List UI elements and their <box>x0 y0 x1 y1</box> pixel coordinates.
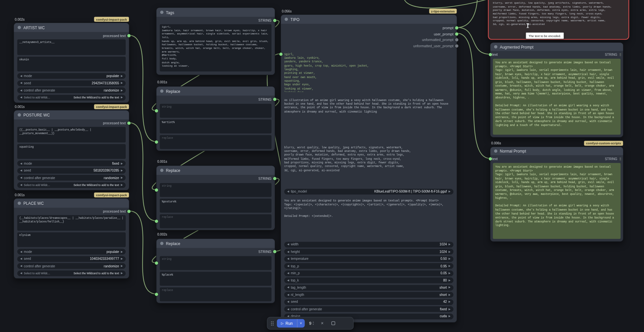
top-k-widget[interactable]: ◀ top_k 80 ▶ <box>284 278 454 283</box>
arrow-right-icon[interactable]: ▶ <box>448 272 450 275</box>
output-socket[interactable] <box>127 34 131 37</box>
nl-length-widget[interactable]: ◀ nl_length short ▶ <box>284 292 454 298</box>
prompt-output-socket[interactable] <box>455 26 458 30</box>
arrow-right-icon[interactable]: ▶ <box>448 286 450 289</box>
tags-text-field[interactable]: 1girl, iwakura lain, hair ornament, brow… <box>160 24 271 72</box>
mode-widget[interactable]: ◀ mode populate ▶ <box>17 73 126 79</box>
node-graph-canvas[interactable]: 0.002s comfyui-impact-pack ARTIST WC pro… <box>0 0 644 332</box>
control-after-generate-widget[interactable]: ◀ control after generate fixed ▶ <box>284 306 454 312</box>
arrow-right-icon[interactable]: ▶ <box>121 82 123 84</box>
wildcard-text-field[interactable]: __netayumev3_artists__ <box>17 39 126 55</box>
text-input-socket[interactable] <box>489 157 492 160</box>
drag-handle-icon[interactable] <box>271 321 274 326</box>
arrow-left-icon[interactable]: ◀ <box>20 272 22 275</box>
min-p-widget[interactable]: ◀ min_p 0.05 ▶ <box>284 270 454 276</box>
replace-node-posture[interactable]: 0.001s Replace STRING string %posture% r… <box>156 165 275 230</box>
top-p-widget[interactable]: ◀ top_p 0.95 ▶ <box>284 263 454 269</box>
normal-prompt-node[interactable]: 0.006s comfyui-custom-scripts Normal Pro… <box>490 147 624 242</box>
ban-tags-value[interactable]: blurry, worst quality, low quality, jpeg… <box>284 146 454 172</box>
wildcard-text-field[interactable]: {__habitats/places/dreamscapes__ | __hab… <box>17 215 126 231</box>
arrow-right-icon[interactable]: ▶ <box>121 169 123 172</box>
arrow-right-icon[interactable]: ▶ <box>121 265 123 267</box>
control-after-generate-widget[interactable]: ◀ control after generate randomize ▶ <box>17 175 126 181</box>
node-header[interactable]: Replace <box>157 166 275 175</box>
pattern-field[interactable]: %place% <box>160 272 271 286</box>
node-header[interactable]: Replace <box>157 87 275 96</box>
replace-input-socket[interactable] <box>155 140 158 144</box>
arrow-right-icon[interactable]: ▶ <box>121 176 123 179</box>
node-header[interactable]: TIPO <box>281 15 457 24</box>
clear-queue-icon[interactable]: × <box>321 321 324 326</box>
augmented-prompt-text[interactable]: You are an assistant designed to generat… <box>493 59 621 135</box>
posture-wc-node[interactable]: 0.001s comfyui-impact-pack POSTURE WC pr… <box>13 110 129 190</box>
string-input-field[interactable]: string <box>160 256 271 270</box>
node-header[interactable]: PLACE WC <box>14 199 129 208</box>
arrow-right-icon[interactable]: ▶ <box>448 190 450 193</box>
tags-input-socket[interactable] <box>279 52 283 56</box>
node-header[interactable]: Tags <box>157 8 275 17</box>
mode-widget[interactable]: ◀ mode populate ▶ <box>17 249 126 255</box>
arrow-left-icon[interactable]: ◀ <box>20 74 22 77</box>
arrow-left-icon[interactable]: ◀ <box>20 162 22 165</box>
string-input-socket[interactable] <box>155 261 158 265</box>
node-header[interactable]: POSTURE WC <box>14 111 129 120</box>
pattern-field[interactable]: %posture% <box>160 199 271 213</box>
arrow-left-icon[interactable]: ◀ <box>287 243 289 246</box>
arrow-left-icon[interactable]: ◀ <box>287 265 289 267</box>
artist-wc-node[interactable]: 0.002s comfyui-impact-pack ARTIST WC pro… <box>13 23 129 103</box>
normal-prompt-text[interactable]: You are an assistant designed to generat… <box>493 163 621 239</box>
replace-input-field[interactable]: replace <box>160 214 271 228</box>
negative-prompt-text[interactable]: blurry, worst quality, low quality, jpeg… <box>489 0 628 27</box>
string-input-socket[interactable] <box>155 188 158 192</box>
output-socket[interactable] <box>273 98 276 101</box>
arrow-left-icon[interactable]: ◀ <box>20 258 22 260</box>
seed-widget[interactable]: ◀ seed 1040342333499777 ▶ <box>17 256 126 262</box>
place-wc-node[interactable]: 0.001s comfyui-impact-pack PLACE WC proc… <box>13 198 129 279</box>
replace-input-field[interactable]: replace <box>160 135 271 149</box>
batch-count-stepper[interactable]: 9 ˄ ˅ <box>309 321 314 326</box>
pattern-field[interactable]: %artist% <box>160 119 271 134</box>
collapse-dot[interactable] <box>160 11 163 14</box>
collapse-dot[interactable] <box>494 149 497 153</box>
collapse-dot[interactable] <box>285 18 288 21</box>
string-input-field[interactable]: string <box>160 183 271 197</box>
batch-count-value[interactable]: 9 <box>309 321 311 326</box>
arrow-left-icon[interactable]: ◀ <box>287 279 289 282</box>
arrow-right-icon[interactable]: ▶ <box>121 184 123 186</box>
replace-input-socket[interactable] <box>155 293 158 296</box>
control-after-generate-widget[interactable]: ◀ control after generate randomize ▶ <box>17 88 126 93</box>
arrow-right-icon[interactable]: ▶ <box>448 250 450 253</box>
run-button[interactable]: ▷ Run <box>277 319 297 327</box>
arrow-right-icon[interactable]: ▶ <box>448 279 450 282</box>
output-socket[interactable] <box>273 250 276 253</box>
height-widget[interactable]: ◀ height 1024 ▶ <box>284 249 454 255</box>
user-prompt-output-socket[interactable] <box>455 32 458 35</box>
replace-node-artist[interactable]: 0.001s Replace STRING string %artist% re… <box>156 86 275 151</box>
mode-widget[interactable]: ◀ mode fixed ▶ <box>17 160 126 166</box>
select-wildcard-widget[interactable]: ◀ Select to add Wildc... Select the Wild… <box>17 182 126 188</box>
node-header[interactable]: Replace <box>157 239 275 248</box>
arrow-left-icon[interactable]: ◀ <box>20 169 22 172</box>
collapse-dot[interactable] <box>18 201 21 205</box>
format-value[interactable]: You are an assistant designed to generat… <box>284 199 454 221</box>
arrow-left-icon[interactable]: ◀ <box>20 89 22 92</box>
populated-text-field[interactable]: squatting <box>17 144 126 159</box>
unformatted-user-prompt-output-socket[interactable] <box>455 44 458 48</box>
arrow-right-icon[interactable]: ▶ <box>121 250 123 253</box>
arrow-left-icon[interactable]: ◀ <box>287 250 289 253</box>
arrow-right-icon[interactable]: ▶ <box>448 243 450 246</box>
temperature-widget[interactable]: ◀ temperature 0.50 ▶ <box>284 256 454 262</box>
arrow-right-icon[interactable]: ▶ <box>121 89 123 92</box>
output-socket[interactable] <box>273 19 276 22</box>
arrow-right-icon[interactable]: ▶ <box>121 258 123 260</box>
seed-widget[interactable]: ◀ seed 42 ▶ <box>284 299 454 305</box>
collapse-dot[interactable] <box>18 113 21 116</box>
arrow-left-icon[interactable]: ◀ <box>20 184 22 186</box>
tipo-model-widget[interactable]: ◀ tipo_model KBlueLeaf/TIPO-500M-ft | TI… <box>284 189 454 195</box>
decrement-icon[interactable]: ˅ <box>312 323 314 325</box>
arrow-right-icon[interactable]: ▶ <box>448 308 450 310</box>
arrow-left-icon[interactable]: ◀ <box>287 293 289 296</box>
output-socket[interactable] <box>127 121 131 125</box>
arrow-left-icon[interactable]: ◀ <box>287 286 289 289</box>
collapse-dot[interactable] <box>160 169 163 172</box>
